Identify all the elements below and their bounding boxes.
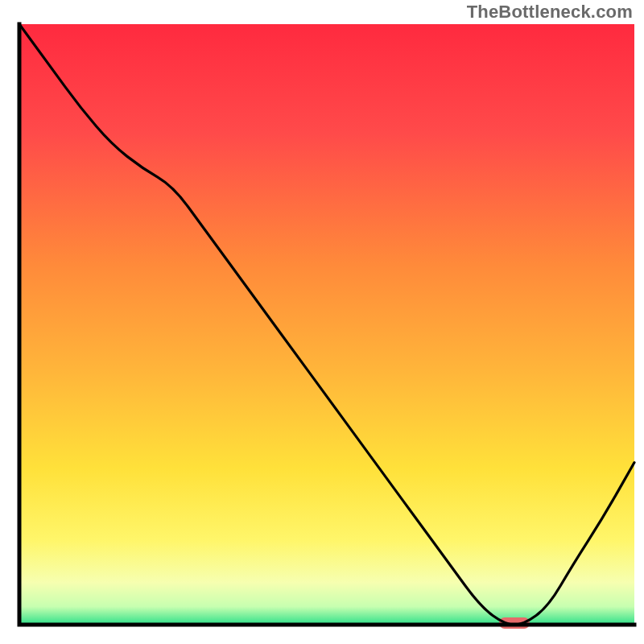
chart-container: TheBottleneck.com [0,0,644,644]
bottleneck-chart [0,0,644,644]
watermark-text: TheBottleneck.com [467,2,633,23]
gradient-background [19,24,634,625]
